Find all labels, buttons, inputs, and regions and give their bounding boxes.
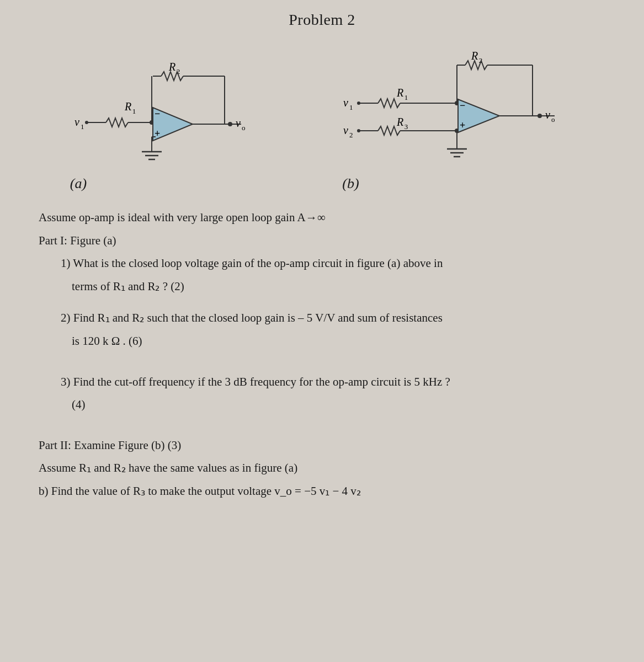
svg-text:v: v — [74, 116, 79, 128]
svg-text:3: 3 — [405, 122, 408, 131]
svg-text:−: − — [155, 108, 160, 119]
part2-header: Part II: Examine Figure (b) (3) — [39, 436, 605, 455]
svg-text:R: R — [168, 61, 175, 73]
svg-text:+: + — [460, 120, 465, 131]
svg-text:v: v — [343, 124, 348, 136]
page-title: Problem 2 — [22, 11, 622, 29]
part2-assume: Assume R₁ and R₂ have the same values as… — [39, 459, 605, 478]
circuit-a-svg: R 2 R 1 v 1 — [65, 50, 274, 171]
circuit-b-svg: R 2 R 1 v 1 R 3 v — [337, 39, 579, 171]
circuit-a-label: (a) — [70, 175, 87, 192]
svg-text:1: 1 — [132, 107, 136, 115]
circuits-row: R 2 R 1 v 1 — [22, 39, 622, 192]
q2-text: 2) Find R₁ and R₂ such that the closed l… — [61, 309, 605, 328]
svg-text:1: 1 — [81, 122, 84, 131]
svg-text:o: o — [551, 115, 555, 124]
svg-text:1: 1 — [405, 93, 408, 102]
q1-text: 1) What is the closed loop voltage gain … — [61, 254, 605, 273]
svg-text:v: v — [236, 117, 241, 129]
svg-text:R: R — [124, 100, 131, 113]
svg-text:v: v — [343, 97, 348, 109]
part1-header: Part I: Figure (a) — [39, 232, 605, 250]
q2b-text: is 120 k Ω . (6) — [72, 332, 605, 351]
problem-text: Assume op-amp is ideal with very large o… — [22, 209, 622, 501]
q3-text: 3) Find the cut-off frequency if the 3 d… — [61, 373, 605, 392]
assumption-text: Assume op-amp is ideal with very large o… — [39, 209, 605, 227]
part2-q: b) Find the value of R₃ to make the outp… — [39, 482, 605, 501]
svg-text:o: o — [242, 124, 246, 132]
svg-text:v: v — [545, 109, 550, 121]
svg-text:2: 2 — [349, 131, 353, 139]
svg-point-26 — [228, 122, 232, 126]
circuit-b-label: (b) — [342, 175, 359, 192]
svg-text:1: 1 — [349, 103, 353, 111]
svg-text:R: R — [396, 87, 403, 99]
q3b-text: (4) — [72, 396, 605, 414]
circuit-b: R 2 R 1 v 1 R 3 v — [337, 39, 579, 192]
circuit-a: R 2 R 1 v 1 — [65, 50, 274, 192]
svg-point-61 — [537, 114, 542, 118]
svg-text:R: R — [396, 116, 403, 128]
q1b-text: terms of R₁ and R₂ ? (2) — [72, 277, 605, 296]
svg-text:−: − — [460, 100, 465, 111]
